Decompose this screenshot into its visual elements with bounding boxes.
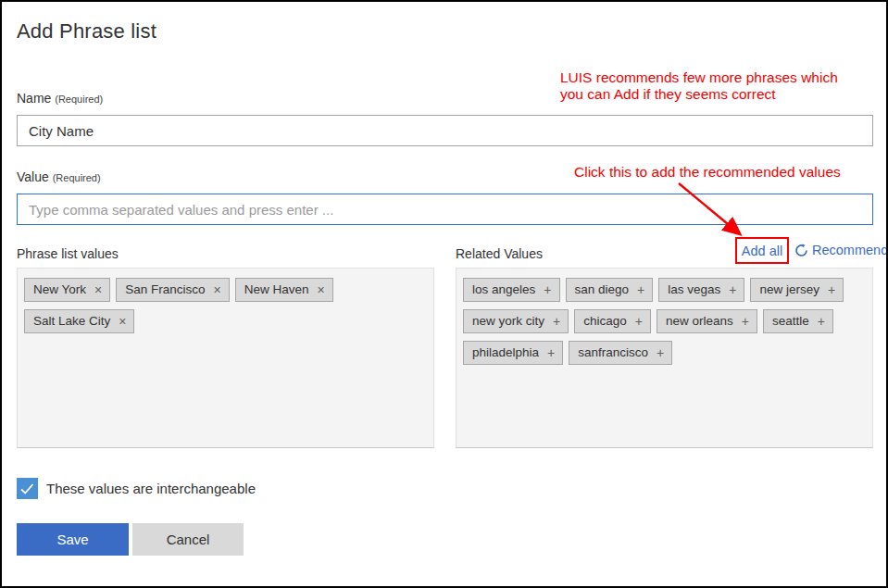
related-value-chip-label: philadelphia: [472, 345, 539, 359]
phrase-list-chip-area: New York × San Francisco × New Haven × S…: [18, 269, 433, 447]
recommend-label: Recommend: [812, 243, 888, 257]
related-value-chip-label: seattle: [772, 314, 809, 328]
related-value-chip: los angeles +: [463, 278, 560, 302]
phrase-chip: San Francisco ×: [116, 278, 229, 302]
phrase-chip-label: New York: [33, 282, 86, 296]
page-title: Add Phrase list: [17, 19, 156, 44]
related-value-chip: new york city +: [463, 309, 569, 333]
phrase-list-panel: New York × San Francisco × New Haven × S…: [17, 268, 434, 448]
related-value-chip-label: new york city: [472, 314, 544, 328]
recommend-link[interactable]: Recommend: [794, 243, 888, 257]
add-icon[interactable]: +: [553, 315, 560, 328]
annotation-recommend-note: LUIS recommends few more phrases which y…: [560, 69, 838, 103]
refresh-icon: [794, 244, 808, 257]
related-value-chip-label: new orleans: [666, 314, 733, 328]
add-icon[interactable]: +: [729, 283, 736, 296]
name-input[interactable]: [17, 115, 873, 146]
phrase-list-values-label: Phrase list values: [17, 246, 119, 261]
related-value-chip-label: new jersey: [759, 282, 819, 296]
interchangeable-label: These values are interchangeable: [46, 481, 256, 496]
interchangeable-checkbox[interactable]: [17, 478, 38, 499]
related-values-panel: los angeles + san diego + las vegas + ne…: [456, 268, 873, 448]
name-label-text: Name: [17, 91, 51, 106]
add-icon[interactable]: +: [635, 315, 643, 328]
name-required-hint: (Required): [55, 94, 103, 105]
related-value-chip-label: chicago: [583, 314, 627, 328]
phrase-chip-label: Salt Lake City: [33, 314, 110, 328]
phrase-chip: New Haven ×: [235, 278, 333, 302]
checkmark-icon: [20, 483, 34, 494]
cancel-button[interactable]: Cancel: [132, 523, 244, 556]
add-icon[interactable]: +: [828, 283, 835, 296]
related-value-chip-label: las vegas: [668, 282, 720, 296]
related-value-chip-label: sanfrancisco: [578, 345, 648, 359]
related-value-chip: sanfrancisco +: [569, 341, 672, 365]
annotation-recommend-note-line1: LUIS recommends few more phrases which: [560, 69, 838, 85]
related-value-chip: seattle +: [763, 309, 833, 333]
related-values-chip-area: los angeles + san diego + las vegas + ne…: [457, 269, 872, 447]
add-all-highlight-box: Add all: [735, 237, 789, 264]
value-field-label: Value (Required): [17, 169, 101, 184]
add-icon[interactable]: +: [657, 346, 664, 359]
related-value-chip: las vegas +: [658, 278, 744, 302]
add-phrase-list-dialog: Add Phrase list LUIS recommends few more…: [0, 0, 888, 588]
related-value-chip: new orleans +: [657, 309, 757, 333]
phrase-chip: Salt Lake City ×: [24, 309, 134, 333]
add-icon[interactable]: +: [742, 315, 749, 328]
name-field-label: Name (Required): [17, 91, 103, 106]
add-icon[interactable]: +: [544, 283, 551, 296]
phrase-chip-label: New Haven: [244, 282, 309, 296]
add-icon[interactable]: +: [547, 346, 555, 359]
remove-icon[interactable]: ×: [119, 315, 126, 328]
related-value-chip: philadelphia +: [463, 341, 563, 365]
related-value-chip: chicago +: [574, 309, 651, 333]
related-value-chip-label: los angeles: [472, 282, 535, 296]
add-icon[interactable]: +: [637, 283, 644, 296]
remove-icon[interactable]: ×: [214, 283, 221, 296]
related-values-label: Related Values: [456, 246, 543, 261]
related-value-chip: new jersey +: [750, 278, 844, 302]
phrase-chip: New York ×: [24, 278, 110, 302]
save-button[interactable]: Save: [17, 523, 129, 556]
interchangeable-row: These values are interchangeable: [17, 478, 256, 499]
add-icon[interactable]: +: [818, 315, 825, 328]
annotation-recommend-note-line2: you can Add if they seems correct: [560, 86, 776, 102]
remove-icon[interactable]: ×: [318, 283, 325, 296]
annotation-addall-note: Click this to add the recommended values: [574, 164, 841, 181]
value-input[interactable]: [17, 194, 873, 225]
add-all-link[interactable]: Add all: [742, 244, 782, 258]
phrase-chip-label: San Francisco: [125, 282, 205, 296]
value-label-text: Value: [17, 169, 49, 184]
related-value-chip-label: san diego: [575, 282, 630, 296]
value-required-hint: (Required): [53, 172, 101, 183]
related-value-chip: san diego +: [566, 278, 654, 302]
remove-icon[interactable]: ×: [94, 283, 102, 296]
